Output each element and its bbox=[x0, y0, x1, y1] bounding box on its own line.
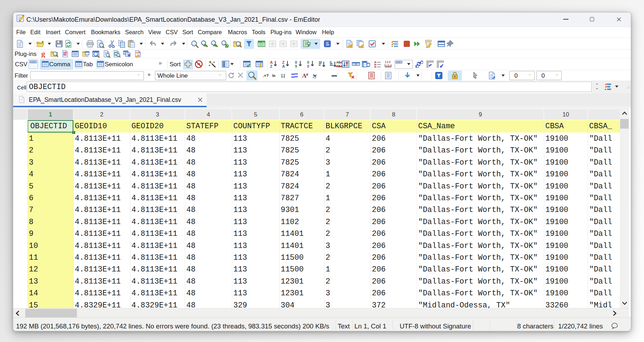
svg-text:123: 123 bbox=[385, 60, 391, 64]
svg-text:\n: \n bbox=[272, 74, 275, 78]
svg-text:a: a bbox=[306, 72, 308, 77]
svg-text:w: w bbox=[313, 73, 317, 78]
svg-text:9: 9 bbox=[295, 64, 297, 68]
svg-text:0: 0 bbox=[307, 64, 309, 68]
svg-text:A: A bbox=[282, 64, 285, 68]
svg-text:Z: Z bbox=[270, 64, 272, 68]
svg-text:[.]: [.] bbox=[281, 74, 285, 78]
svg-text:.+?: .+? bbox=[263, 73, 269, 78]
svg-text:123: 123 bbox=[136, 51, 140, 54]
svg-text:g: g bbox=[41, 50, 45, 58]
